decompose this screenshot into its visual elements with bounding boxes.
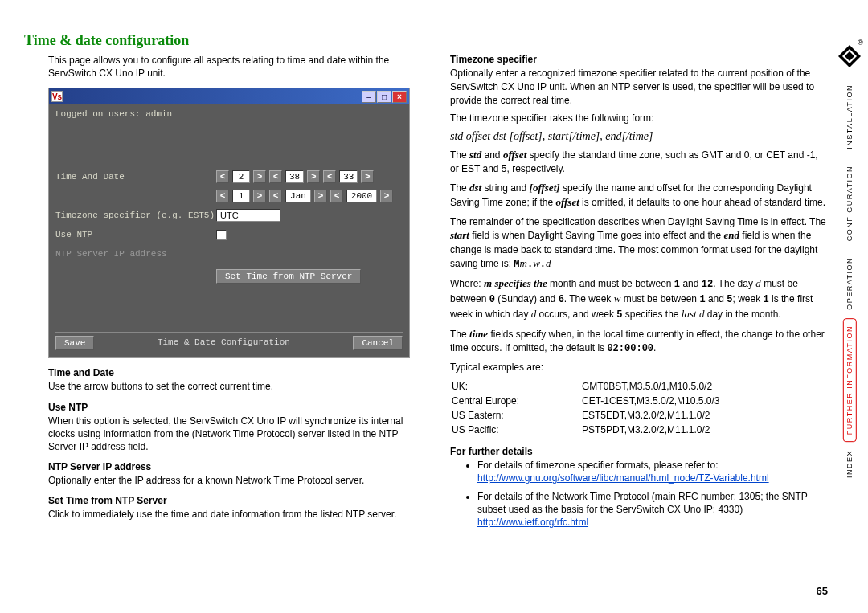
section-ntp-ip-head: NTP Server IP address [48, 461, 418, 472]
table-row: US Pacific:PST5PDT,M3.2.0/2,M11.1.0/2 [452, 423, 719, 436]
cancel-button[interactable]: Cancel [353, 336, 403, 350]
tz-para-1: Optionally enter a recognized timezone s… [450, 67, 828, 107]
day-decrement[interactable]: < [216, 190, 229, 202]
day-value: 1 [232, 190, 250, 202]
tz-para-4: The dst string and [offset] specify the … [450, 181, 828, 210]
year-decrement[interactable]: < [330, 190, 343, 202]
tz-para-2: The timezone specifier takes the followi… [450, 112, 828, 125]
sec-value: 33 [339, 170, 358, 183]
time-date-label: Time And Date [55, 172, 216, 182]
section-ntp-ip-body: Optionally enter the IP address for a kn… [48, 474, 418, 487]
window-status: Time & Date Configuration [97, 336, 350, 350]
section-use-ntp-body: When this option is selected, the ServSw… [48, 415, 418, 454]
tz-specifier-label: Timezone specifier (e.g. EST5) [55, 210, 216, 220]
maximize-button[interactable]: □ [377, 91, 391, 103]
page-number: 65 [817, 585, 828, 597]
hour-decrement[interactable]: < [216, 170, 229, 183]
use-ntp-checkbox[interactable] [216, 230, 227, 240]
month-value: Jan [285, 190, 311, 202]
brand-logo-icon [837, 44, 862, 68]
nav-further-information[interactable]: FURTHER INFORMATION [843, 318, 857, 442]
set-time-ntp-button[interactable]: Set Time from NTP Server [216, 269, 361, 284]
min-value: 38 [285, 170, 304, 183]
list-item: For details of timezone specifier format… [477, 459, 828, 484]
tz-format-spec: std offset dst [offset], start[/time], e… [450, 130, 828, 143]
section-time-date-body: Use the arrow buttons to set the correct… [48, 380, 418, 393]
year-increment[interactable]: > [380, 190, 393, 202]
month-increment[interactable]: > [314, 190, 327, 202]
tz-para-3: The std and offset specify the standard … [450, 148, 828, 176]
month-decrement[interactable]: < [269, 190, 282, 202]
tz-para-7: The time fields specify when, in the loc… [450, 327, 828, 356]
min-increment[interactable]: > [307, 170, 320, 183]
tz-variable-link[interactable]: http://www.gnu.org/software/libc/manual/… [477, 472, 769, 484]
min-decrement[interactable]: < [269, 170, 282, 183]
titlebar: Vs – □ × [49, 88, 409, 104]
section-time-date-head: Time and Date [48, 367, 418, 378]
nav-operation[interactable]: OPERATION [844, 249, 855, 318]
tz-examples-table: UK:GMT0BST,M3.5.0/1,M10.5.0/2 Central Eu… [450, 378, 721, 438]
vnc-icon: Vs [51, 91, 63, 102]
section-set-time-body: Click to immediately use the time and da… [48, 508, 418, 521]
tz-specifier-head: Timezone specifier [450, 54, 828, 65]
save-button[interactable]: Save [55, 336, 94, 350]
section-set-time-head: Set Time from NTP Server [48, 495, 418, 506]
intro-text: This page allows you to configure all as… [24, 54, 418, 80]
day-increment[interactable]: > [253, 190, 266, 202]
further-details-head: For further details [450, 446, 828, 457]
tz-para-5: The remainder of the specification descr… [450, 215, 828, 272]
page-title: Time & date configuration [24, 32, 852, 49]
side-navigation: INSTALLATION CONFIGURATION OPERATION FUR… [837, 44, 862, 486]
registered-mark: ® [858, 39, 863, 47]
close-button[interactable]: × [392, 91, 407, 103]
nav-installation[interactable]: INSTALLATION [844, 76, 855, 157]
table-row: UK:GMT0BST,M3.5.0/1,M10.5.0/2 [452, 380, 719, 393]
list-item: For details of the Network Time Protocol… [477, 490, 828, 529]
hour-increment[interactable]: > [253, 170, 266, 183]
timezone-input[interactable] [216, 209, 280, 222]
table-row: US Eastern:EST5EDT,M3.2.0/2,M11.1.0/2 [452, 409, 719, 422]
tz-para-6: Where: m specifies the month and must be… [450, 276, 828, 321]
tz-examples-intro: Typical examples are: [450, 361, 828, 374]
minimize-button[interactable]: – [362, 91, 376, 103]
nav-index[interactable]: INDEX [844, 442, 855, 486]
ntp-server-ip-label: NTP Server IP address [55, 249, 216, 259]
ietf-rfc-link[interactable]: http://www.ietf.org/rfc.html [477, 517, 588, 528]
sec-decrement[interactable]: < [323, 170, 336, 183]
year-value: 2000 [346, 190, 377, 202]
sec-increment[interactable]: > [361, 170, 374, 183]
nav-configuration[interactable]: CONFIGURATION [844, 157, 855, 249]
app-window: Vs – □ × Logged on users: admin Time And… [48, 88, 410, 358]
hour-value: 2 [232, 170, 250, 183]
table-row: Central Europe:CET-1CEST,M3.5.0/2,M10.5.… [452, 394, 719, 407]
use-ntp-label: Use NTP [55, 230, 216, 239]
section-use-ntp-head: Use NTP [48, 402, 418, 413]
logged-on-line: Logged on users: admin [55, 108, 403, 121]
